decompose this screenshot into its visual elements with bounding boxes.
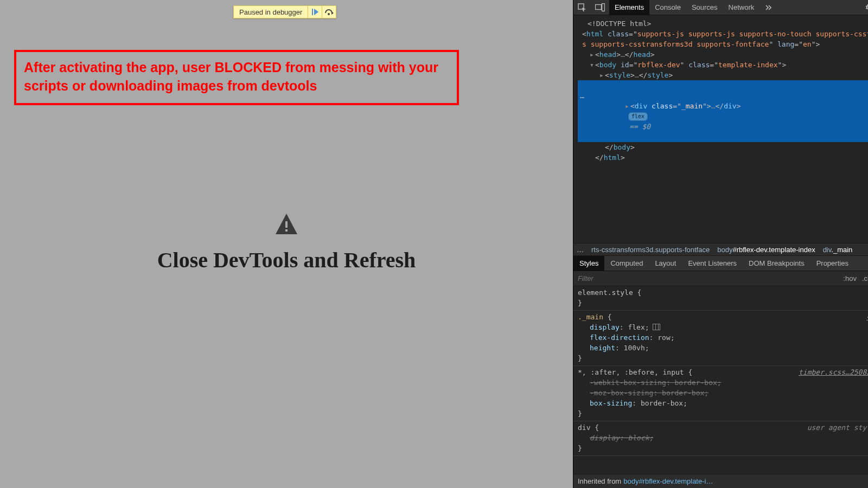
subtab-styles[interactable]: Styles [573, 256, 604, 271]
inspect-icon [578, 3, 586, 12]
svg-point-3 [328, 13, 330, 15]
gear-icon [865, 3, 868, 11]
page-viewport: Paused in debugger After activating the … [0, 0, 573, 488]
crumb-main[interactable]: div._main [823, 246, 853, 254]
styles-filter-row: :hov .cls + [573, 271, 868, 286]
elements-tree[interactable]: <!DOCTYPE html> <html class="supports-js… [573, 15, 868, 243]
svg-rect-5 [285, 229, 288, 232]
rule-main[interactable]: <style> ._main { display: flex; flex-dir… [573, 311, 868, 366]
subtab-computed[interactable]: Computed [604, 256, 649, 271]
flex-badge[interactable]: flex [628, 112, 648, 121]
tab-elements[interactable]: Elements [609, 0, 649, 15]
svg-rect-9 [602, 3, 605, 11]
styles-rules[interactable]: element.style { } <style> ._main { displ… [573, 286, 868, 474]
svg-rect-0 [312, 9, 313, 15]
devtools-tabstrip: Elements Console Sources Network [573, 0, 868, 15]
debugger-resume-button[interactable] [308, 5, 322, 18]
device-toolbar-button[interactable] [591, 0, 609, 15]
inherited-from-bar: Inherited from body#rbflex-dev.template-… [573, 474, 868, 488]
dom-selected-main[interactable]: … ▸<div class="_main">…</div> flex == $0 [578, 80, 868, 142]
styles-filter-input[interactable] [578, 274, 838, 282]
play-icon [311, 8, 319, 16]
rule-element-style[interactable]: element.style { } [573, 286, 868, 311]
rule-source-ua: user agent stylesheet [807, 422, 868, 433]
inherited-label: Inherited from [578, 477, 621, 485]
dom-html-close[interactable]: </html> [578, 152, 868, 163]
rule-source-link[interactable]: timber.scss…250824987:1 [799, 367, 868, 377]
subtab-properties[interactable]: Properties [810, 256, 854, 271]
blocked-title: Close DevTools and Refresh [0, 247, 573, 273]
blocked-message: Close DevTools and Refresh [0, 211, 573, 273]
rule-div-ua[interactable]: user agent stylesheet div { display: blo… [573, 421, 868, 456]
annotation-callout: After activating the app, user BLOCKED f… [14, 50, 459, 105]
dom-head[interactable]: ▸<head>…</head> [578, 49, 868, 60]
settings-button[interactable] [861, 0, 868, 15]
subtab-layout[interactable]: Layout [649, 256, 682, 271]
dom-html-open[interactable]: <html class="supports-js supports-js sup… [578, 29, 868, 39]
devtools-panel: Elements Console Sources Network <!D [573, 0, 868, 488]
svg-marker-1 [314, 9, 318, 15]
dom-doctype[interactable]: <!DOCTYPE html> [578, 18, 868, 29]
subtab-dom-breakpoints[interactable]: DOM Breakpoints [743, 256, 810, 271]
crumb-body[interactable]: body#rbflex-dev.template-index [717, 246, 815, 254]
tab-sources[interactable]: Sources [686, 0, 723, 15]
subtab-event-listeners[interactable]: Event Listeners [682, 256, 743, 271]
flexbox-editor-icon[interactable] [653, 324, 660, 330]
crumb-overflow[interactable]: … [577, 246, 584, 254]
equals-dollar-zero: == $0 [629, 123, 650, 131]
rule-universal[interactable]: timber.scss…250824987:1 *, :after, :befo… [573, 366, 868, 421]
styles-tabstrip: Styles Computed Layout Event Listeners D… [573, 256, 868, 271]
cls-toggle[interactable]: .cls [862, 274, 868, 282]
debugger-step-over-button[interactable] [322, 5, 336, 18]
hov-toggle[interactable]: :hov [843, 274, 857, 282]
svg-rect-8 [596, 4, 602, 9]
dom-style[interactable]: ▸<style>…</style> [578, 70, 868, 80]
annotation-text: After activating the app, user BLOCKED f… [24, 60, 438, 93]
step-over-icon [324, 8, 334, 16]
dom-body-close[interactable]: </body> [578, 142, 868, 152]
crumb-html[interactable]: rts-csstransforms3d.supports-fontface [591, 246, 710, 254]
debugger-paused-bar: Paused in debugger [233, 5, 336, 18]
elements-breadcrumb: … rts-csstransforms3d.supports-fontface … [573, 243, 868, 256]
tab-network[interactable]: Network [723, 0, 760, 15]
svg-rect-4 [285, 221, 288, 228]
device-icon [595, 3, 605, 12]
tabs-overflow-button[interactable] [760, 0, 778, 15]
dom-body-open[interactable]: ▾<body id="rbflex-dev" class="template-i… [578, 60, 868, 70]
inherited-link[interactable]: body#rbflex-dev.template-i… [623, 477, 713, 485]
warning-icon [273, 211, 299, 240]
debugger-paused-message: Paused in debugger [233, 5, 308, 18]
inspect-element-button[interactable] [573, 0, 591, 15]
svg-marker-2 [331, 11, 334, 15]
tab-console[interactable]: Console [649, 0, 686, 15]
chevrons-right-icon [765, 4, 773, 11]
dom-html-open-2[interactable]: s supports-csstransforms3d supports-font… [578, 39, 868, 49]
